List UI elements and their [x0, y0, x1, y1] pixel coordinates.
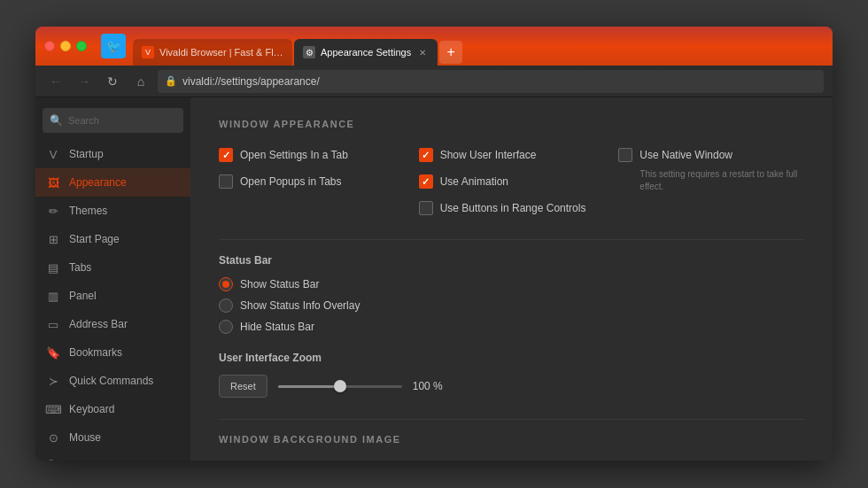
home-button[interactable]: ⌂ — [129, 70, 152, 93]
tab-settings-label: Appearance Settings — [321, 47, 411, 58]
checkbox-open-settings-tab[interactable] — [219, 148, 233, 162]
zoom-slider-track — [278, 385, 402, 388]
checkbox-use-buttons-range[interactable] — [419, 201, 433, 215]
traffic-lights — [44, 41, 87, 51]
radio-show-status-bar-row: Show Status Bar — [219, 277, 804, 291]
sidebar-item-tabs-label: Tabs — [69, 261, 91, 274]
address-bar-text: vivaldi://settings/appearance/ — [182, 75, 320, 88]
startup-icon: V — [46, 147, 60, 161]
zoom-slider-thumb[interactable] — [334, 380, 346, 392]
sidebar-item-search-label: Search — [69, 460, 103, 461]
sidebar-item-startup-label: Startup — [69, 148, 104, 160]
sidebar-item-appearance[interactable]: 🖼 Appearance — [35, 168, 190, 197]
minimize-button[interactable] — [60, 41, 71, 51]
address-bar-icon: ▭ — [46, 317, 60, 331]
quick-commands-icon: ≻ — [46, 374, 60, 388]
sidebar-item-themes-label: Themes — [69, 205, 107, 217]
checkboxes-col3: Use Native Window This setting requires … — [618, 145, 804, 218]
checkbox-open-popups[interactable] — [219, 174, 233, 189]
sidebar-item-start-page-label: Start Page — [69, 233, 120, 245]
sidebar-item-bookmarks[interactable]: 🔖 Bookmarks — [35, 338, 190, 367]
tab-settings[interactable]: ⚙ Appearance Settings ✕ — [294, 39, 438, 66]
sidebar-item-search[interactable]: 🔍 Search — [35, 452, 190, 461]
keyboard-icon: ⌨ — [46, 402, 60, 416]
checkbox-show-ui[interactable] — [419, 148, 433, 162]
sidebar-item-mouse-label: Mouse — [69, 431, 101, 444]
tabs-icon: ▤ — [46, 260, 60, 275]
close-button[interactable] — [44, 41, 55, 51]
appearance-icon: 🖼 — [46, 175, 60, 190]
zoom-title: User Interface Zoom — [219, 352, 804, 364]
tab-vivaldi-label: Vivaldi Browser | Fast & Flexi... — [159, 47, 283, 58]
browser-window: 🐦 V Vivaldi Browser | Fast & Flexi... ⚙ … — [35, 27, 833, 461]
checkbox-use-buttons-range-row: Use Buttons in Range Controls — [419, 198, 605, 218]
checkbox-use-animation-label: Use Animation — [440, 175, 508, 188]
vivaldi-favicon: V — [142, 46, 154, 58]
tab-close-button[interactable]: ✕ — [416, 46, 429, 58]
radio-group-status-bar: Show Status Bar Show Status Info Overlay… — [219, 277, 804, 334]
sidebar-item-quick-commands[interactable]: ≻ Quick Commands — [35, 367, 190, 395]
sidebar-search-placeholder: Search — [68, 115, 99, 126]
settings-checkboxes-grid: Open Settings In a Tab Open Popups in Ta… — [219, 145, 804, 218]
settings-favicon: ⚙ — [303, 46, 315, 58]
native-window-note: This setting requires a restart to take … — [639, 168, 804, 193]
zoom-slider[interactable] — [278, 377, 402, 395]
search-icon: 🔍 — [50, 114, 63, 127]
sidebar-item-address-bar[interactable]: ▭ Address Bar — [35, 310, 190, 338]
main-content: 🔍 Search V Startup 🖼 Appearance ✏ Themes… — [35, 97, 833, 461]
forward-button[interactable]: → — [73, 70, 96, 93]
checkbox-native-window-label: Use Native Window — [639, 149, 732, 161]
bookmarks-icon: 🔖 — [46, 345, 60, 360]
sidebar: 🔍 Search V Startup 🖼 Appearance ✏ Themes… — [35, 97, 190, 461]
sidebar-item-startup[interactable]: V Startup — [35, 140, 190, 168]
checkbox-open-popups-row: Open Popups in Tabs — [219, 172, 405, 191]
radio-show-status-bar-label: Show Status Bar — [240, 278, 319, 290]
checkbox-use-animation-row: Use Animation — [419, 172, 605, 191]
sidebar-item-bookmarks-label: Bookmarks — [69, 346, 122, 359]
search-sidebar-icon: 🔍 — [46, 459, 60, 461]
radio-hide-status-bar[interactable] — [219, 320, 233, 334]
radio-show-status-info-overlay[interactable] — [219, 298, 233, 313]
settings-content: WINDOW APPEARANCE Open Settings In a Tab… — [190, 97, 833, 461]
tab-vivaldi[interactable]: V Vivaldi Browser | Fast & Flexi... — [133, 39, 292, 66]
sidebar-item-panel-label: Panel — [69, 290, 97, 302]
panel-icon: ▥ — [46, 289, 60, 303]
maximize-button[interactable] — [76, 41, 87, 51]
title-bar: 🐦 V Vivaldi Browser | Fast & Flexi... ⚙ … — [35, 27, 833, 66]
window-appearance-title: WINDOW APPEARANCE — [219, 119, 804, 129]
sidebar-item-panel[interactable]: ▥ Panel — [35, 282, 190, 310]
checkbox-open-popups-label: Open Popups in Tabs — [240, 175, 342, 188]
sidebar-item-appearance-label: Appearance — [69, 176, 127, 189]
radio-hide-status-bar-row: Hide Status Bar — [219, 320, 804, 334]
back-button[interactable]: ← — [44, 70, 67, 93]
checkbox-open-settings-tab-label: Open Settings In a Tab — [240, 149, 348, 161]
nav-bar: ← → ↻ ⌂ 🔒 vivaldi://settings/appearance/ — [35, 66, 833, 97]
sidebar-item-themes[interactable]: ✏ Themes — [35, 197, 190, 225]
sidebar-item-tabs[interactable]: ▤ Tabs — [35, 253, 190, 282]
sidebar-search[interactable]: 🔍 Search — [43, 108, 183, 133]
address-bar[interactable]: 🔒 vivaldi://settings/appearance/ — [158, 70, 824, 93]
checkbox-native-window[interactable] — [618, 148, 632, 162]
checkboxes-col1: Open Settings In a Tab Open Popups in Ta… — [219, 145, 405, 218]
checkboxes-col2: Show User Interface Use Animation Use Bu… — [419, 145, 605, 218]
checkbox-native-window-row: Use Native Window — [618, 145, 804, 165]
zoom-slider-fill — [278, 385, 340, 388]
radio-show-status-bar[interactable] — [219, 277, 233, 291]
radio-hide-status-bar-label: Hide Status Bar — [240, 321, 314, 333]
sidebar-item-address-bar-label: Address Bar — [69, 318, 128, 330]
status-bar-title: Status Bar — [219, 254, 804, 267]
divider-1 — [219, 239, 804, 240]
sidebar-item-keyboard[interactable]: ⌨ Keyboard — [35, 395, 190, 423]
themes-icon: ✏ — [46, 204, 60, 218]
new-tab-button[interactable]: + — [439, 41, 462, 64]
checkbox-show-ui-row: Show User Interface — [419, 145, 605, 165]
zoom-section: Reset 100 % — [219, 375, 804, 398]
sidebar-item-quick-commands-label: Quick Commands — [69, 375, 153, 387]
sidebar-item-start-page[interactable]: ⊞ Start Page — [35, 225, 190, 253]
sidebar-item-mouse[interactable]: ⊙ Mouse — [35, 423, 190, 452]
zoom-reset-button[interactable]: Reset — [219, 375, 267, 398]
checkbox-use-animation[interactable] — [419, 174, 433, 189]
reload-button[interactable]: ↻ — [101, 70, 124, 93]
zoom-value: 100 % — [413, 380, 443, 392]
radio-show-status-info-overlay-row: Show Status Info Overlay — [219, 298, 804, 313]
